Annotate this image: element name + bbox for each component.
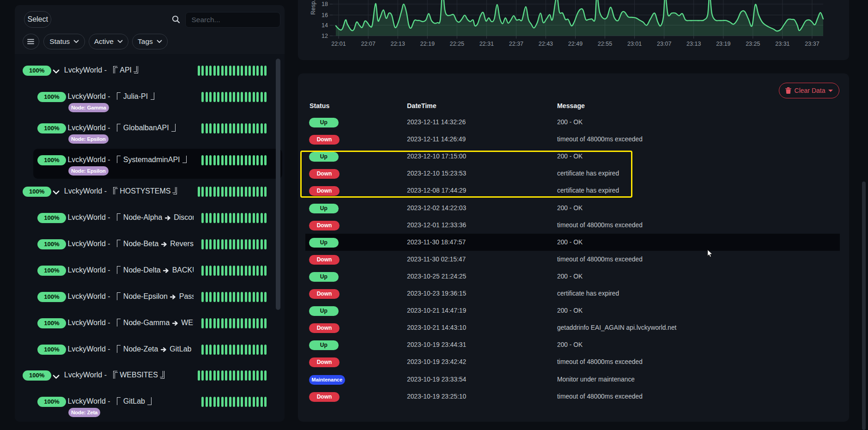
svg-text:16: 16 <box>322 12 328 18</box>
svg-text:22:31: 22:31 <box>480 41 494 47</box>
svg-text:23:13: 23:13 <box>686 41 701 47</box>
svg-text:22:37: 22:37 <box>509 41 523 47</box>
svg-text:12: 12 <box>322 33 328 39</box>
svg-text:22:13: 22:13 <box>390 41 405 47</box>
svg-text:22:01: 22:01 <box>331 41 346 47</box>
svg-text:22:25: 22:25 <box>450 41 464 47</box>
svg-text:22:19: 22:19 <box>420 41 435 47</box>
svg-text:22:49: 22:49 <box>568 41 583 47</box>
svg-text:18: 18 <box>322 1 328 7</box>
svg-text:22:43: 22:43 <box>539 41 553 47</box>
svg-text:23:19: 23:19 <box>716 41 730 47</box>
svg-text:22:55: 22:55 <box>598 41 612 47</box>
svg-text:23:37: 23:37 <box>805 41 819 47</box>
svg-text:23:07: 23:07 <box>657 41 671 47</box>
svg-text:23:25: 23:25 <box>746 41 760 47</box>
svg-text:14: 14 <box>322 22 328 29</box>
svg-text:23:31: 23:31 <box>775 41 789 47</box>
svg-text:23:01: 23:01 <box>627 41 642 47</box>
svg-text:22:07: 22:07 <box>361 41 375 47</box>
